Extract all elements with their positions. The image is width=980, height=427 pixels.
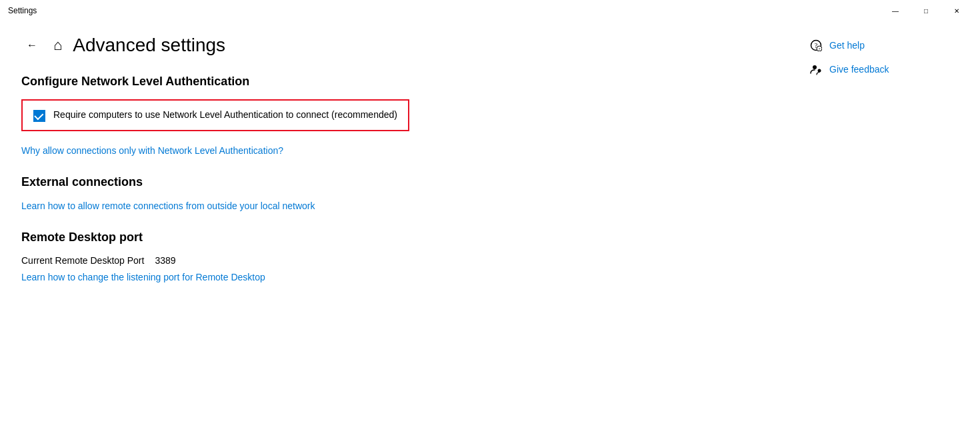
svg-point-5	[818, 69, 821, 73]
give-feedback-link[interactable]: Give feedback	[829, 64, 889, 75]
right-sidebar: ? ? Get help Give feedback	[793, 21, 980, 427]
external-connections-title: External connections	[21, 175, 767, 189]
page-header: ← ⌂ Advanced settings	[21, 35, 767, 56]
give-feedback-icon	[809, 63, 823, 76]
home-icon: ⌂	[53, 37, 62, 54]
minimize-button[interactable]: —	[880, 0, 911, 21]
external-connections-link[interactable]: Learn how to allow remote connections fr…	[21, 201, 315, 211]
content-area: ← ⌂ Advanced settings Configure Network …	[0, 21, 793, 427]
nla-help-link[interactable]: Why allow connections only with Network …	[21, 145, 283, 156]
get-help-icon: ? ?	[809, 39, 823, 52]
rdp-port-title: Remote Desktop port	[21, 230, 767, 244]
nla-checkbox-label: Require computers to use Network Level A…	[53, 109, 397, 122]
network-auth-section: Configure Network Level Authentication R…	[21, 75, 767, 157]
title-bar-controls: — □ ✕	[880, 0, 972, 21]
get-help-link[interactable]: Get help	[829, 40, 865, 51]
rdp-port-section: Remote Desktop port Current Remote Deskt…	[21, 230, 767, 283]
title-bar-left: Settings	[8, 6, 37, 15]
port-value: 3389	[155, 255, 175, 266]
port-label: Current Remote Desktop Port	[21, 255, 144, 266]
rdp-port-link[interactable]: Learn how to change the listening port f…	[21, 272, 265, 282]
nla-checkbox[interactable]	[33, 110, 45, 122]
back-button[interactable]: ←	[21, 35, 43, 56]
page-title: Advanced settings	[73, 35, 225, 56]
external-connections-section: External connections Learn how to allow …	[21, 175, 767, 212]
svg-text:?: ?	[818, 47, 820, 51]
get-help-item[interactable]: ? ? Get help	[809, 35, 964, 56]
close-button[interactable]: ✕	[941, 0, 972, 21]
svg-point-4	[813, 65, 817, 69]
nla-checkbox-item: Require computers to use Network Level A…	[33, 109, 397, 122]
network-auth-section-title: Configure Network Level Authentication	[21, 75, 767, 89]
main-container: ← ⌂ Advanced settings Configure Network …	[0, 21, 980, 427]
give-feedback-item[interactable]: Give feedback	[809, 59, 964, 80]
app-title: Settings	[8, 6, 37, 15]
nla-checkbox-wrapper[interactable]: Require computers to use Network Level A…	[21, 99, 409, 131]
maximize-button[interactable]: □	[911, 0, 941, 21]
title-bar: Settings — □ ✕	[0, 0, 980, 21]
port-info: Current Remote Desktop Port 3389	[21, 255, 767, 266]
